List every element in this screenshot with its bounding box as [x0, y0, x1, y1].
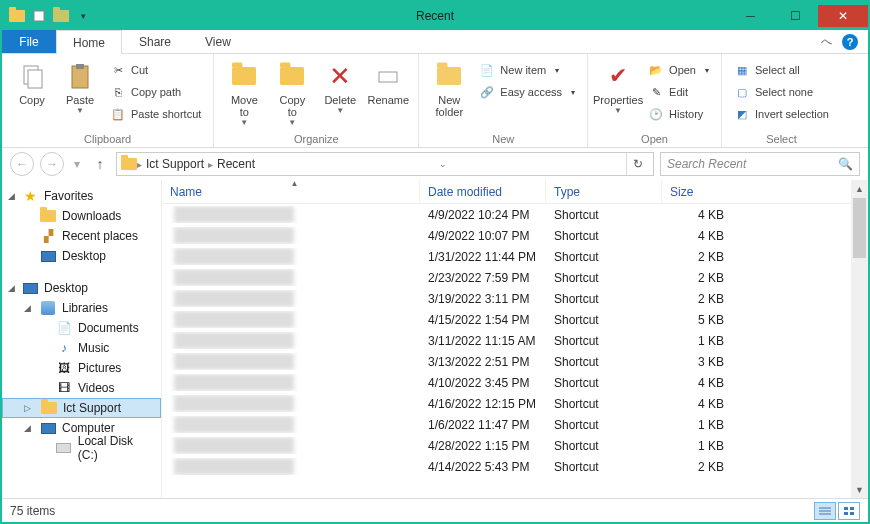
- videos-icon: 🎞: [56, 380, 72, 396]
- navigation-pane[interactable]: ◢★Favorites Downloads ▞Recent places Des…: [2, 180, 162, 498]
- col-name[interactable]: ▲Name: [162, 180, 420, 203]
- tab-share[interactable]: Share: [122, 30, 188, 53]
- history-icon: 🕑: [648, 106, 664, 122]
- search-input[interactable]: Search Recent 🔍: [660, 152, 860, 176]
- computer-icon: [40, 420, 56, 436]
- table-row[interactable]: 4/14/2022 5:43 PM Shortcut 2 KB: [162, 456, 868, 477]
- delete-button[interactable]: ✕Delete▼: [318, 58, 362, 115]
- table-row[interactable]: 3/11/2022 11:15 AM Shortcut 1 KB: [162, 330, 868, 351]
- cell-size: 4 KB: [662, 229, 732, 243]
- copy-path-button[interactable]: ⎘Copy path: [106, 82, 205, 102]
- folder-icon[interactable]: [8, 7, 26, 25]
- breadcrumb-current[interactable]: Recent: [213, 157, 259, 171]
- cell-type: Shortcut: [546, 439, 662, 453]
- recent-locations-button[interactable]: ▾: [70, 152, 84, 176]
- easyaccess-icon: 🔗: [479, 84, 495, 100]
- back-button[interactable]: ←: [10, 152, 34, 176]
- nav-recent-places[interactable]: ▞Recent places: [2, 226, 161, 246]
- table-row[interactable]: 1/6/2022 11:47 PM Shortcut 1 KB: [162, 414, 868, 435]
- close-button[interactable]: ✕: [818, 5, 868, 27]
- table-row[interactable]: 3/19/2022 3:11 PM Shortcut 2 KB: [162, 288, 868, 309]
- refresh-button[interactable]: ↻: [626, 153, 649, 175]
- table-row[interactable]: 2/23/2022 7:59 PM Shortcut 2 KB: [162, 267, 868, 288]
- search-icon[interactable]: 🔍: [838, 157, 853, 171]
- nav-desktop[interactable]: ◢Desktop: [2, 278, 161, 298]
- new-item-button[interactable]: 📄New item▾: [475, 60, 579, 80]
- newitem-icon: 📄: [479, 62, 495, 78]
- invert-icon: ◩: [734, 106, 750, 122]
- easy-access-button[interactable]: 🔗Easy access▾: [475, 82, 579, 102]
- copypath-icon: ⎘: [110, 84, 126, 100]
- up-button[interactable]: ↑: [90, 156, 110, 172]
- cell-date: 4/10/2022 3:45 PM: [420, 376, 546, 390]
- nav-videos[interactable]: 🎞Videos: [2, 378, 161, 398]
- cell-size: 2 KB: [662, 292, 732, 306]
- properties-icon[interactable]: [30, 7, 48, 25]
- paste-shortcut-button[interactable]: 📋Paste shortcut: [106, 104, 205, 124]
- quick-access-toolbar: ▾: [2, 7, 98, 25]
- cell-size: 5 KB: [662, 313, 732, 327]
- edit-icon: ✎: [648, 84, 664, 100]
- nav-downloads[interactable]: Downloads: [2, 206, 161, 226]
- forward-button[interactable]: →: [40, 152, 64, 176]
- copy-button[interactable]: Copy: [10, 58, 54, 106]
- col-date[interactable]: Date modified: [420, 180, 546, 203]
- copy-to-button[interactable]: Copy to▼: [270, 58, 314, 127]
- ribbon-collapse-icon[interactable]: へ: [821, 34, 832, 49]
- table-row[interactable]: 4/10/2022 3:45 PM Shortcut 4 KB: [162, 372, 868, 393]
- tab-view[interactable]: View: [188, 30, 248, 53]
- table-row[interactable]: 4/9/2022 10:07 PM Shortcut 4 KB: [162, 225, 868, 246]
- nav-favorites[interactable]: ◢★Favorites: [2, 186, 161, 206]
- newfolder-icon[interactable]: [52, 7, 70, 25]
- cell-type: Shortcut: [546, 376, 662, 390]
- desktop-icon: [40, 248, 56, 264]
- table-row[interactable]: 4/9/2022 10:24 PM Shortcut 4 KB: [162, 204, 868, 225]
- nav-music[interactable]: ♪Music: [2, 338, 161, 358]
- properties-button[interactable]: ✔Properties▼: [596, 58, 640, 115]
- nav-local-disk[interactable]: Local Disk (C:): [2, 438, 161, 458]
- move-to-button[interactable]: Move to▼: [222, 58, 266, 127]
- select-all-button[interactable]: ▦Select all: [730, 60, 833, 80]
- table-row[interactable]: 3/13/2022 2:51 PM Shortcut 3 KB: [162, 351, 868, 372]
- nav-desktop-fav[interactable]: Desktop: [2, 246, 161, 266]
- pictures-icon: 🖼: [56, 360, 72, 376]
- file-list: ▲Name Date modified Type Size 4/9/2022 1…: [162, 180, 868, 498]
- history-button[interactable]: 🕑History: [644, 104, 713, 124]
- qat-dropdown-icon[interactable]: ▾: [74, 7, 92, 25]
- open-icon: 📂: [648, 62, 664, 78]
- col-type[interactable]: Type: [546, 180, 662, 203]
- new-folder-button[interactable]: New folder: [427, 58, 471, 118]
- cell-size: 2 KB: [662, 460, 732, 474]
- svg-rect-2: [28, 70, 42, 88]
- minimize-button[interactable]: ─: [728, 5, 773, 27]
- details-view-button[interactable]: [814, 502, 836, 520]
- select-none-button[interactable]: ▢Select none: [730, 82, 833, 102]
- maximize-button[interactable]: ☐: [773, 5, 818, 27]
- table-row[interactable]: 4/28/2022 1:15 PM Shortcut 1 KB: [162, 435, 868, 456]
- column-headers[interactable]: ▲Name Date modified Type Size: [162, 180, 868, 204]
- help-icon[interactable]: ?: [842, 34, 858, 50]
- edit-button[interactable]: ✎Edit: [644, 82, 713, 102]
- scroll-thumb[interactable]: [853, 198, 866, 258]
- nav-libraries[interactable]: ◢Libraries: [2, 298, 161, 318]
- open-button[interactable]: 📂Open▾: [644, 60, 713, 80]
- table-row[interactable]: 4/15/2022 1:54 PM Shortcut 5 KB: [162, 309, 868, 330]
- vertical-scrollbar[interactable]: ▲ ▼: [851, 180, 868, 498]
- cut-button[interactable]: ✂Cut: [106, 60, 205, 80]
- tab-file[interactable]: File: [2, 30, 56, 53]
- invert-selection-button[interactable]: ◩Invert selection: [730, 104, 833, 124]
- col-size[interactable]: Size: [662, 180, 868, 203]
- table-row[interactable]: 4/16/2022 12:15 PM Shortcut 4 KB: [162, 393, 868, 414]
- nav-documents[interactable]: 📄Documents: [2, 318, 161, 338]
- table-row[interactable]: 1/31/2022 11:44 PM Shortcut 2 KB: [162, 246, 868, 267]
- paste-button[interactable]: Paste▼: [58, 58, 102, 115]
- nav-pictures[interactable]: 🖼Pictures: [2, 358, 161, 378]
- breadcrumb-root[interactable]: Ict Support: [142, 157, 208, 171]
- rename-button[interactable]: Rename: [366, 58, 410, 106]
- nav-ict-support[interactable]: ▷Ict Support: [2, 398, 161, 418]
- tab-home[interactable]: Home: [56, 30, 122, 54]
- icons-view-button[interactable]: [838, 502, 860, 520]
- address-dropdown-icon[interactable]: ⌄: [435, 159, 451, 169]
- breadcrumb[interactable]: ▸ Ict Support ▸ Recent ⌄ ↻: [116, 152, 654, 176]
- cell-date: 4/9/2022 10:24 PM: [420, 208, 546, 222]
